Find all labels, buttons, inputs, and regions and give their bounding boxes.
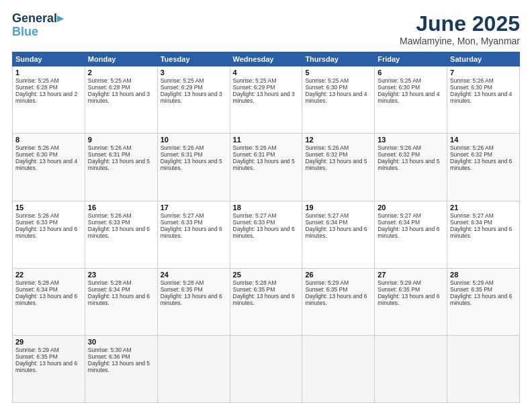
sunset-text: Sunset: 6:29 PM xyxy=(161,84,203,91)
sunrise-text: Sunrise: 5:29 AM xyxy=(15,347,59,353)
calendar-cell: 10Sunrise: 5:26 AMSunset: 6:31 PMDayligh… xyxy=(157,134,230,201)
calendar-cell xyxy=(157,335,230,402)
col-header-friday: Friday xyxy=(375,52,447,66)
week-row-1: 1Sunrise: 5:25 AMSunset: 6:28 PMDaylight… xyxy=(13,66,520,134)
week-row-2: 8Sunrise: 5:26 AMSunset: 6:30 PMDaylight… xyxy=(13,134,520,201)
daylight-text: Daylight: 13 hours and 2 minutes. xyxy=(15,91,77,104)
sunset-text: Sunset: 6:35 PM xyxy=(161,286,203,293)
header: General▸ Blue June 2025 Mawlamyine, Mon,… xyxy=(12,12,520,46)
calendar-cell: 5Sunrise: 5:25 AMSunset: 6:30 PMDaylight… xyxy=(302,66,375,134)
sunset-text: Sunset: 6:34 PM xyxy=(15,286,58,293)
daylight-text: Daylight: 13 hours and 6 minutes. xyxy=(15,360,77,373)
day-number: 25 xyxy=(233,271,300,279)
logo-text2: Blue xyxy=(12,26,38,39)
day-number: 9 xyxy=(88,136,154,144)
day-number: 27 xyxy=(378,271,444,279)
day-number: 24 xyxy=(161,271,227,279)
daylight-text: Daylight: 13 hours and 6 minutes. xyxy=(15,226,77,239)
daylight-text: Daylight: 13 hours and 5 minutes. xyxy=(161,158,222,171)
day-number: 20 xyxy=(378,203,444,212)
day-number: 19 xyxy=(305,203,371,212)
day-number: 18 xyxy=(233,203,300,212)
sunset-text: Sunset: 6:32 PM xyxy=(378,151,420,158)
calendar-cell: 19Sunrise: 5:27 AMSunset: 6:34 PMDayligh… xyxy=(302,201,375,268)
daylight-text: Daylight: 13 hours and 6 minutes. xyxy=(161,293,222,306)
sunrise-text: Sunrise: 5:28 AM xyxy=(233,279,277,286)
sunrise-text: Sunrise: 5:26 AM xyxy=(305,144,349,151)
calendar-cell xyxy=(302,335,375,402)
sunset-text: Sunset: 6:30 PM xyxy=(378,84,420,91)
calendar-cell: 20Sunrise: 5:27 AMSunset: 6:34 PMDayligh… xyxy=(375,201,447,268)
logo: General▸ Blue xyxy=(12,12,63,39)
daylight-text: Daylight: 13 hours and 6 minutes. xyxy=(15,293,77,306)
col-header-wednesday: Wednesday xyxy=(230,52,302,66)
calendar-cell: 1Sunrise: 5:25 AMSunset: 6:28 PMDaylight… xyxy=(13,66,85,134)
daylight-text: Daylight: 13 hours and 6 minutes. xyxy=(305,293,367,306)
calendar-cell: 30Sunrise: 5:30 AMSunset: 6:36 PMDayligh… xyxy=(85,335,157,402)
sunset-text: Sunset: 6:34 PM xyxy=(305,219,347,226)
daylight-text: Daylight: 13 hours and 6 minutes. xyxy=(88,226,150,239)
calendar-cell: 18Sunrise: 5:27 AMSunset: 6:33 PMDayligh… xyxy=(230,201,302,268)
sunrise-text: Sunrise: 5:26 AM xyxy=(88,144,132,151)
sunset-text: Sunset: 6:34 PM xyxy=(378,219,420,226)
location: Mawlamyine, Mon, Myanmar xyxy=(400,36,520,46)
calendar-cell: 2Sunrise: 5:25 AMSunset: 6:28 PMDaylight… xyxy=(85,66,157,134)
week-row-4: 22Sunrise: 5:28 AMSunset: 6:34 PMDayligh… xyxy=(13,268,520,335)
day-number: 14 xyxy=(450,136,517,144)
header-row: SundayMondayTuesdayWednesdayThursdayFrid… xyxy=(13,52,520,66)
calendar-table: SundayMondayTuesdayWednesdayThursdayFrid… xyxy=(12,52,520,403)
sunrise-text: Sunrise: 5:25 AM xyxy=(88,77,132,84)
week-row-5: 29Sunrise: 5:29 AMSunset: 6:35 PMDayligh… xyxy=(13,335,520,402)
day-number: 30 xyxy=(88,338,154,346)
sunset-text: Sunset: 6:35 PM xyxy=(450,286,492,293)
sunset-text: Sunset: 6:34 PM xyxy=(450,219,492,226)
calendar-cell: 27Sunrise: 5:29 AMSunset: 6:35 PMDayligh… xyxy=(375,268,447,335)
calendar-cell: 24Sunrise: 5:28 AMSunset: 6:35 PMDayligh… xyxy=(157,268,230,335)
sunrise-text: Sunrise: 5:30 AM xyxy=(88,347,132,353)
calendar-cell: 3Sunrise: 5:25 AMSunset: 6:29 PMDaylight… xyxy=(157,66,230,134)
daylight-text: Daylight: 13 hours and 5 minutes. xyxy=(305,158,367,171)
sunrise-text: Sunrise: 5:25 AM xyxy=(305,77,349,84)
daylight-text: Daylight: 13 hours and 3 minutes. xyxy=(233,91,295,104)
daylight-text: Daylight: 13 hours and 4 minutes. xyxy=(378,91,439,104)
daylight-text: Daylight: 13 hours and 5 minutes. xyxy=(233,158,295,171)
daylight-text: Daylight: 13 hours and 4 minutes. xyxy=(305,91,367,104)
calendar-cell: 6Sunrise: 5:25 AMSunset: 6:30 PMDaylight… xyxy=(375,66,447,134)
sunset-text: Sunset: 6:31 PM xyxy=(88,151,130,158)
calendar-cell: 4Sunrise: 5:25 AMSunset: 6:29 PMDaylight… xyxy=(230,66,302,134)
sunrise-text: Sunrise: 5:25 AM xyxy=(15,77,59,84)
calendar-cell xyxy=(375,335,447,402)
sunset-text: Sunset: 6:31 PM xyxy=(233,151,275,158)
sunrise-text: Sunrise: 5:25 AM xyxy=(233,77,277,84)
day-number: 4 xyxy=(233,68,300,77)
sunrise-text: Sunrise: 5:29 AM xyxy=(450,279,494,286)
day-number: 22 xyxy=(15,271,82,279)
sunset-text: Sunset: 6:33 PM xyxy=(233,219,275,226)
sunset-text: Sunset: 6:29 PM xyxy=(233,84,275,91)
day-number: 16 xyxy=(88,203,154,212)
day-number: 8 xyxy=(15,136,82,144)
sunrise-text: Sunrise: 5:25 AM xyxy=(161,77,204,84)
calendar-cell: 9Sunrise: 5:26 AMSunset: 6:31 PMDaylight… xyxy=(85,134,157,201)
day-number: 13 xyxy=(378,136,444,144)
calendar-cell: 11Sunrise: 5:26 AMSunset: 6:31 PMDayligh… xyxy=(230,134,302,201)
calendar-cell: 7Sunrise: 5:26 AMSunset: 6:30 PMDaylight… xyxy=(447,66,520,134)
col-header-monday: Monday xyxy=(85,52,157,66)
day-number: 23 xyxy=(88,271,154,279)
month-title: June 2025 xyxy=(400,12,520,36)
calendar-cell: 23Sunrise: 5:28 AMSunset: 6:34 PMDayligh… xyxy=(85,268,157,335)
sunset-text: Sunset: 6:34 PM xyxy=(88,286,130,293)
daylight-text: Daylight: 13 hours and 6 minutes. xyxy=(161,226,222,239)
sunrise-text: Sunrise: 5:26 AM xyxy=(15,144,59,151)
calendar-cell: 25Sunrise: 5:28 AMSunset: 6:35 PMDayligh… xyxy=(230,268,302,335)
daylight-text: Daylight: 13 hours and 5 minutes. xyxy=(378,158,439,171)
col-header-sunday: Sunday xyxy=(13,52,85,66)
sunrise-text: Sunrise: 5:27 AM xyxy=(450,212,494,219)
day-number: 26 xyxy=(305,271,371,279)
daylight-text: Daylight: 13 hours and 6 minutes. xyxy=(450,158,512,171)
day-number: 21 xyxy=(450,203,517,212)
day-number: 17 xyxy=(161,203,227,212)
sunset-text: Sunset: 6:30 PM xyxy=(15,151,58,158)
sunrise-text: Sunrise: 5:27 AM xyxy=(161,212,204,219)
sunset-text: Sunset: 6:28 PM xyxy=(15,84,58,91)
